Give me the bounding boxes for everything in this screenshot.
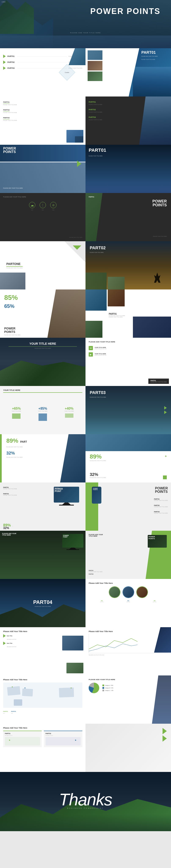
slide-part01-power: PART01 POWERPOINTS PLEASE YOUR TITLE HER… <box>86 193 171 241</box>
row-12: POWERPOINT PLEASE ADD YOUR TITLE HERE PL… <box>0 531 171 579</box>
plus-icon: + <box>165 454 167 458</box>
part02-title: PART02 <box>90 245 106 250</box>
row-14: Please Add Your Title Here Item Title de… <box>0 627 171 676</box>
slide-icons-dark: PLEASE ADD YOUR TITLE HERE ☁ icon ⋮ icon… <box>0 193 86 241</box>
slide-please-add: PLEASE ADD YOUR TITLE HERE ✉ YOUR TITLE … <box>86 338 171 386</box>
power-phone: POWERPOINTS <box>92 487 102 491</box>
row-3: PART01 PLEASE YOUR TITLE HERE PART02 PLE… <box>0 96 171 145</box>
please-add-header: PLEASE ADD YOUR TITLE HERE <box>89 341 168 343</box>
title-item-1: ✉ YOUR TITLE HERE please add your title … <box>89 346 168 350</box>
row-4: POWERPOINTS PLEASE ADD YOUR TITLE HERE P… <box>0 145 171 193</box>
slide-part01-collage: PART01 PLEASE ADD YOUR TITLE HERE PLEASE… <box>86 289 171 338</box>
power-title-left: POWERPOINTS <box>4 327 16 334</box>
slide-parts-dark: PART01 PLEASE YOURTITLE HERE PART02 PLEA… <box>86 96 171 145</box>
part01-subtitle: PLEASE ADD YOUR TITLE HERE <box>141 56 158 57</box>
part01-box-label: PART01 <box>5 733 40 734</box>
part03-phone: PART03 <box>154 511 168 513</box>
thanks-title: Thanks <box>59 790 112 809</box>
weibo-icon-item: ◎ icon <box>50 202 57 211</box>
row-10: 89% PART PLEASE ADD YOUR TITLE HERE 32% … <box>0 434 171 483</box>
slide-part02: PART02 PLEASE YOUR TITLE HERE <box>86 241 171 289</box>
part03-title: PART03 <box>90 390 106 395</box>
map-pin-1: ● <box>12 686 13 688</box>
percent-65: 65% <box>4 303 15 309</box>
part01-collage-label: PART01 <box>109 313 125 315</box>
slide-partone: PARTONE PLEASE ADD YOUR TITLE HERE <box>0 241 86 289</box>
circles-title: Please Add Your Title Here <box>89 582 168 584</box>
row-16: Please Add Your Title Here PART01 descri… <box>0 724 171 772</box>
part01-sub: PLEASE YOUR TITLE HERE <box>3 104 82 105</box>
part02-label: PART02 <box>3 109 9 112</box>
slide-cover: LOGO POWER POINTS PLEASE ADD YOUR TITLE … <box>0 0 171 48</box>
slide-city: PART01 PLEASE YOUR TITLE HERE <box>86 145 171 193</box>
legend-1 <box>103 685 104 686</box>
part-label: PART <box>20 440 27 443</box>
map-pin-2: ● <box>24 687 26 689</box>
slide-placeholder-right <box>86 724 171 772</box>
legend-2 <box>103 687 104 689</box>
triangle-icon <box>3 55 6 58</box>
slide-phone: POWERPOINTS POWERPOINTS PART01 PLEASE YO… <box>86 483 171 531</box>
cover-subtitle: PLEASE ADD YOUR TITLE HERE <box>70 32 101 33</box>
part01-monitor: PART01 <box>3 487 17 488</box>
slide-89-part: 89% PART PLEASE ADD YOUR TITLE HERE 32% … <box>0 434 86 483</box>
power-points-r: POWERPOINTS <box>152 199 167 207</box>
power-title: POWERPOINTS <box>0 145 86 156</box>
please-map-title: Please Add Your Title Here <box>3 679 82 681</box>
power-right: POWERPOINTS <box>148 535 167 540</box>
green-tri <box>77 161 81 167</box>
partone-title: PARTONE <box>6 262 23 267</box>
row-11: POWERPOINT PART01 PLEASE YOUR TITLE HERE… <box>0 483 171 531</box>
tri-decoration-2 <box>164 411 167 414</box>
slide-power-hands: POWERPOINTS PLEASE ADD YOUR TITLE HERE <box>0 145 86 193</box>
your-title-label: YOUR TITLE HERE <box>8 342 77 347</box>
part01-phone: PART01 <box>154 498 168 500</box>
slide-part01-right: PART01 PLEASE ADD YOUR TITLE HERE PLEASE… <box>86 48 171 96</box>
part01-power-label: PART01 <box>89 196 94 198</box>
row-13: PART04 PLEASE ADD YOUR TITLE HERE Please… <box>0 579 171 627</box>
part01-desc: PLEASE YOUR TITLE HERE <box>141 59 155 60</box>
slide-part01-02: Please Add Your Title Here PART01 descri… <box>0 724 86 772</box>
part02-dark: PART02 <box>89 108 96 111</box>
part03-dark: PART03 <box>89 116 96 118</box>
slide-part03: PART03 PLEASE ADD YOUR TITLE HERE <box>86 386 171 434</box>
part02-green: PART02 <box>89 574 103 575</box>
slide-parts-3: PART01 PLEASE YOUR TITLE HERE PART02 PLE… <box>0 96 86 145</box>
part02-phone: PART02 <box>154 505 168 506</box>
slide-please-left: Please Add Your Title Here Item Title de… <box>0 627 86 676</box>
part03-label: PART03 <box>3 117 9 119</box>
slide-circles: Please Add Your Title Here title desc he… <box>86 579 171 627</box>
part2-label: PART02 <box>7 61 15 63</box>
arrow-2 <box>3 642 6 645</box>
arrow-1 <box>3 634 6 638</box>
part01-title: PART01 <box>141 50 156 55</box>
slide-your-title: YOUR TITLE HERE PLEASE ADD YOUR TITLE HE… <box>0 338 86 386</box>
please-add-monitors-title: PLEASE ADD YOUR <box>2 533 16 534</box>
part01-map: PART01 <box>3 711 8 712</box>
slide-part04: PART04 PLEASE ADD YOUR TITLE HERE <box>0 579 86 627</box>
part04-title: PART04 <box>33 599 52 605</box>
row-7: 85% 65% POWERPOINTS PLEASE ADD YOUR TITL… <box>0 289 171 338</box>
slide-monitor: POWERPOINT PART01 PLEASE YOUR TITLE HERE… <box>0 483 86 531</box>
slide-part-list: PART01 PLEASE YOUR TITLE HERE PART02 PLE… <box>0 48 86 96</box>
map-pin-3: ● <box>70 687 72 689</box>
part02-map: PART02 <box>11 711 16 712</box>
triangle-icon-2 <box>3 61 6 64</box>
power-monitor-2: POWERPOINT <box>62 534 83 538</box>
part03-sub: PLEASE YOUR TITLE HERE <box>3 120 82 121</box>
slide-power-green: PLEASE ADD YOUR TITLE HERE POWERPOINTS P… <box>86 531 171 579</box>
share-icon-item: ⋮ icon <box>39 202 46 211</box>
slide-your-title-bars: YOUR TITLE HERE +65% YOUR TITLE HERE +85… <box>0 386 86 434</box>
part01-dark: PART01 <box>89 101 96 103</box>
tri-decoration-1 <box>164 406 167 410</box>
part3-label: PART03 <box>7 67 15 69</box>
map-marker-1: ▶ <box>9 739 10 741</box>
please-left-title: Please Add Your Title Here <box>3 630 82 632</box>
part1-label: PART01 <box>7 55 15 57</box>
your-title-bars-label: YOUR TITLE HERE <box>3 389 82 393</box>
row-9: YOUR TITLE HERE +65% YOUR TITLE HERE +85… <box>0 386 171 434</box>
slide-89-cross: 89% PLEASE ADD YOUR TITLE HERE 32% PLEAS… <box>86 434 171 483</box>
title-item-2: ▶ YOUR TITLE HERE please add your title … <box>89 352 168 356</box>
part01-box: PART01 <box>150 380 167 381</box>
slide-please-right-chart: Please Add Your Title Here description t… <box>86 627 171 676</box>
